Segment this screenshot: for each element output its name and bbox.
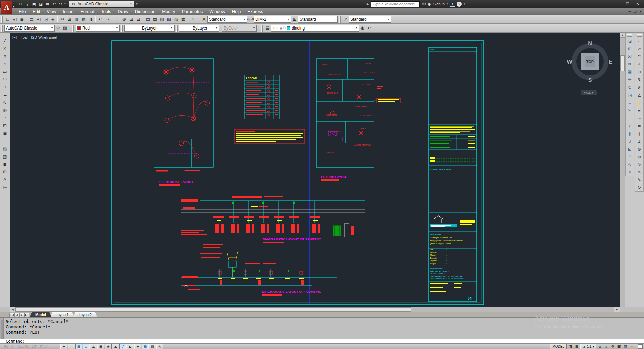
undo-icon[interactable]: ↶ <box>97 16 104 23</box>
menu-tools[interactable]: Tools <box>98 8 114 15</box>
3d-dwf-icon[interactable]: ◈ <box>49 16 56 23</box>
drawing-canvas[interactable]: [−] [Top] [2D Wireframe] <box>10 33 620 307</box>
redo-icon[interactable]: ↷ <box>104 16 111 23</box>
open-icon[interactable]: ◱ <box>24 1 31 7</box>
ordinate-icon[interactable]: ⌖ <box>635 60 643 68</box>
tray-bulb-icon[interactable]: ● <box>629 344 635 349</box>
ellipse-arc-icon[interactable]: ◔ <box>1 114 9 122</box>
linear-icon[interactable]: ↔ <box>635 37 643 45</box>
toggle-selection-cycling[interactable]: ◎ <box>156 344 163 349</box>
toolbar-grip[interactable] <box>627 34 632 37</box>
toolbar-grip[interactable] <box>261 25 263 32</box>
workspace-switching-icon[interactable]: ⚙ <box>610 344 615 349</box>
menu-draw[interactable]: Draw <box>114 8 131 15</box>
mleader-style-combo[interactable]: Standard▾ <box>349 16 391 23</box>
array-icon[interactable]: ▦ <box>626 68 634 76</box>
scroll-up-icon[interactable]: ▲ <box>620 33 625 38</box>
menu-dimension[interactable]: Dimension <box>132 8 159 15</box>
rectangle-icon[interactable]: ▭ <box>1 68 9 75</box>
arc-length-icon[interactable]: ◠ <box>635 53 643 60</box>
designcenter-icon[interactable]: ▦ <box>152 16 158 23</box>
circle-icon[interactable]: ○ <box>1 83 9 91</box>
toolbar-grip[interactable] <box>1 16 3 23</box>
table-style-combo[interactable]: Standard▾ <box>298 16 338 23</box>
lineweight-combo[interactable]: ByLayer▾ <box>179 25 219 32</box>
first-tab-icon[interactable]: ❘◀ <box>9 313 14 317</box>
toolbar-grip[interactable] <box>339 16 341 23</box>
toggle-dyn[interactable]: ✛ <box>134 344 141 349</box>
make-block-icon[interactable]: ▣ <box>1 129 9 137</box>
revision-cloud-icon[interactable]: ☁ <box>1 91 9 99</box>
toggle-object-snap[interactable]: ◉ <box>105 344 112 349</box>
dim-style-combo[interactable]: DIM-2▾ <box>254 16 291 23</box>
copy-icon[interactable]: ⊞ <box>626 45 634 53</box>
dim-style-icon[interactable]: ⇤⇥ <box>247 16 254 23</box>
layer-previous-icon[interactable]: ↩ <box>366 25 373 32</box>
markup-icon[interactable]: ▨ <box>173 16 180 23</box>
next-tab-icon[interactable]: ▶ <box>19 313 24 317</box>
menu-help[interactable]: Help <box>229 8 244 15</box>
layer-combo[interactable]: ● ☼ ▣ ⎙ dinding▾ <box>271 25 359 32</box>
toolbar-grip[interactable] <box>72 25 74 32</box>
join-icon[interactable]: ∪ <box>626 137 634 145</box>
gradient-icon[interactable]: ▧ <box>1 153 9 160</box>
application-menu-button[interactable]: A <box>1 1 12 14</box>
model-space-button[interactable]: MODEL <box>550 344 567 349</box>
undo-dropdown-icon[interactable]: ▾ <box>64 3 66 5</box>
copy-icon[interactable]: ⊞ <box>66 16 73 23</box>
text-style-combo[interactable]: Standard▾ <box>207 16 247 23</box>
toggle-lwt[interactable]: ▩ <box>142 344 149 349</box>
toggle-angular-snap[interactable]: ∡ <box>112 344 119 349</box>
group-icon[interactable]: ◎ <box>1 183 9 191</box>
pan-icon[interactable]: ✛ <box>114 16 120 23</box>
hardware-status-icon[interactable]: ▥ <box>623 344 628 349</box>
toolbar-lock-icon[interactable]: ▣ <box>616 344 622 349</box>
auto-annotation-scale-icon[interactable]: ▲ <box>603 344 609 349</box>
clean-screen-icon[interactable] <box>638 344 643 349</box>
scroll-left-icon[interactable]: ◀ <box>10 307 15 312</box>
toolbar-grip[interactable] <box>1 25 3 32</box>
menu-file[interactable]: File <box>15 8 29 15</box>
block-editor-icon[interactable]: ◨ <box>87 16 94 23</box>
color-combo[interactable]: Red▾ <box>76 25 120 32</box>
insert-block-icon[interactable]: ⊡ <box>1 122 9 129</box>
spline-icon[interactable]: ∿ <box>1 99 9 106</box>
sign-in-dropdown-icon[interactable]: ▾ <box>447 3 448 5</box>
doc-restore-button[interactable]: ❐ <box>634 10 637 13</box>
tab-layout2[interactable]: Layout2 <box>73 312 97 317</box>
chamfer-icon[interactable]: ◣ <box>626 145 634 153</box>
command-window-grip[interactable] <box>0 318 4 339</box>
layer-thaw-icon[interactable]: ☼ <box>276 26 278 30</box>
cut-icon[interactable]: ✂ <box>59 16 66 23</box>
mleader-style-icon[interactable]: ↗ <box>342 16 349 23</box>
doc-close-button[interactable]: ✕ <box>639 10 642 13</box>
wcs-dropdown[interactable]: WCS ▾ <box>584 91 593 94</box>
save-icon[interactable]: ▣ <box>31 1 37 7</box>
menu-view[interactable]: View <box>43 8 59 15</box>
vertical-scrollbar[interactable]: ▲ <box>620 33 625 307</box>
last-tab-icon[interactable]: ▶❘ <box>24 313 29 317</box>
undo-icon[interactable]: ↶ <box>51 1 57 7</box>
workspace-dropdown[interactable]: ⚙ AutoCAD Classic ▾ <box>69 1 134 7</box>
toggle-grid[interactable]: ▦ <box>75 344 82 349</box>
toggle-ortho[interactable]: ∟ <box>83 344 90 349</box>
toolbar-grip[interactable] <box>637 34 642 37</box>
center-mark-icon[interactable]: ⊕ <box>635 145 643 153</box>
tray-arrow-icon[interactable]: ▾ <box>636 345 637 348</box>
stretch-icon[interactable]: ↔ <box>626 99 634 107</box>
tolerance-icon[interactable]: ± <box>635 137 643 145</box>
ellipse-icon[interactable]: ◍ <box>1 106 9 114</box>
fillet-icon[interactable]: ◜ <box>626 153 634 161</box>
menu-window[interactable]: Window <box>206 8 228 15</box>
restore-button[interactable]: ❐ <box>623 0 633 7</box>
break-icon[interactable]: ∦ <box>626 130 634 137</box>
erase-icon[interactable]: ◪ <box>626 37 634 45</box>
hatch-icon[interactable]: ▨ <box>1 145 9 153</box>
toolbar-grip[interactable] <box>176 25 178 32</box>
polyline-icon[interactable]: ↯ <box>1 52 9 60</box>
workspaces-combo[interactable]: AutoCAD Classic▾ <box>4 25 55 32</box>
baseline-icon[interactable]: ≡ <box>635 107 643 114</box>
layer-manager-icon[interactable]: ▤ <box>264 25 271 32</box>
rotate-icon[interactable]: ↻ <box>626 83 634 91</box>
plot-icon[interactable]: ▤ <box>28 16 35 23</box>
